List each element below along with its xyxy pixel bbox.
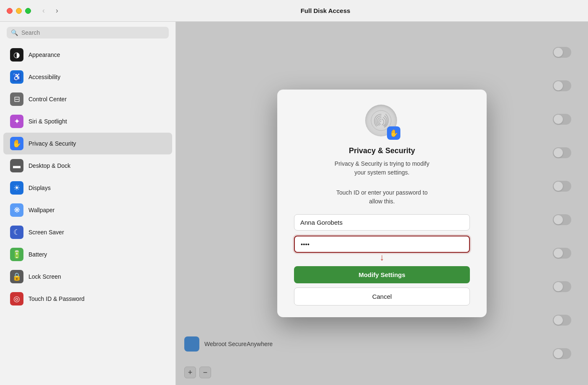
sidebar-label-siri-spotlight: Siri & Spotlight: [28, 118, 67, 125]
password-field[interactable]: [294, 236, 470, 253]
sidebar-label-appearance: Appearance: [28, 51, 60, 58]
traffic-lights: [7, 8, 31, 14]
username-field[interactable]: [294, 214, 470, 231]
search-icon: 🔍: [11, 29, 18, 36]
cancel-button[interactable]: Cancel: [294, 287, 470, 305]
title-bar: ‹ › Full Disk Access: [0, 0, 588, 22]
sidebar-icon-siri-spotlight: ✦: [10, 115, 23, 128]
nav-buttons: ‹ ›: [38, 5, 63, 17]
sidebar-item-displays[interactable]: ☀Displays: [3, 177, 172, 199]
minimize-button[interactable]: [16, 8, 22, 14]
sidebar-icon-accessibility: ♿: [10, 70, 23, 84]
arrow-indicator: ↓: [380, 253, 384, 262]
sidebar-label-lock-screen: Lock Screen: [28, 273, 61, 280]
sidebar-label-wallpaper: Wallpaper: [28, 207, 55, 213]
modify-settings-button[interactable]: Modify Settings: [294, 266, 470, 283]
sidebar-icon-screen-saver: ☾: [10, 226, 23, 239]
sidebar-label-accessibility: Accessibility: [28, 74, 60, 80]
sidebar-label-desktop-dock: Desktop & Dock: [28, 162, 70, 169]
main-layout: 🔍 ◑Appearance♿Accessibility⊟Control Cent…: [0, 22, 588, 385]
sidebar-item-lock-screen[interactable]: 🔒Lock Screen: [3, 266, 172, 287]
sidebar-item-appearance[interactable]: ◑Appearance: [3, 44, 172, 66]
close-button[interactable]: [7, 8, 13, 14]
sidebar-item-touch-id[interactable]: ◎Touch ID & Password: [3, 288, 172, 310]
sidebar-item-battery[interactable]: 🔋Battery: [3, 244, 172, 265]
sidebar: 🔍 ◑Appearance♿Accessibility⊟Control Cent…: [0, 22, 176, 385]
search-box[interactable]: 🔍: [7, 27, 169, 38]
search-input[interactable]: [21, 29, 165, 36]
sidebar-label-screen-saver: Screen Saver: [28, 229, 64, 236]
sidebar-icon-battery: 🔋: [10, 248, 23, 261]
modal-dialog: ✋ Privacy & Security Privacy & Security …: [277, 90, 487, 317]
search-container: 🔍: [0, 22, 175, 44]
sidebar-icon-control-center: ⊟: [10, 92, 23, 106]
maximize-button[interactable]: [25, 8, 31, 14]
sidebar-icon-touch-id: ◎: [10, 292, 23, 305]
sidebar-icon-desktop-dock: ▬: [10, 159, 23, 172]
sidebar-icon-wallpaper: ❋: [10, 203, 23, 217]
sidebar-label-control-center: Control Center: [28, 96, 67, 103]
sidebar-label-battery: Battery: [28, 251, 47, 258]
sidebar-item-screen-saver[interactable]: ☾Screen Saver: [3, 221, 172, 243]
sidebar-item-accessibility[interactable]: ♿Accessibility: [3, 66, 172, 88]
modal-body-line1: Privacy & Security is trying to modify y…: [335, 159, 429, 177]
sidebar-icon-privacy-security: ✋: [10, 137, 23, 150]
sidebar-item-desktop-dock[interactable]: ▬Desktop & Dock: [3, 155, 172, 177]
back-button[interactable]: ‹: [38, 5, 49, 17]
hand-badge: ✋: [387, 126, 400, 140]
modal-body-line2: Touch ID or enter your password to allow…: [336, 180, 428, 206]
sidebar-item-control-center[interactable]: ⊟Control Center: [3, 88, 172, 110]
sidebar-item-siri-spotlight[interactable]: ✦Siri & Spotlight: [3, 110, 172, 132]
sidebar-item-wallpaper[interactable]: ❋Wallpaper: [3, 199, 172, 221]
sidebar-items-list: ◑Appearance♿Accessibility⊟Control Center…: [0, 44, 175, 310]
password-wrapper: ↓: [294, 236, 470, 253]
modal-title: Privacy & Security: [349, 146, 415, 155]
sidebar-item-privacy-security[interactable]: ✋Privacy & Security: [3, 133, 172, 154]
sidebar-icon-displays: ☀: [10, 181, 23, 195]
forward-button[interactable]: ›: [51, 5, 63, 17]
sidebar-label-touch-id: Touch ID & Password: [28, 295, 85, 302]
sidebar-label-privacy-security: Privacy & Security: [28, 140, 76, 147]
content-area: Webroot SecureAnywhere + −: [176, 22, 588, 385]
sidebar-icon-appearance: ◑: [10, 48, 23, 62]
modal-overlay: ✋ Privacy & Security Privacy & Security …: [176, 22, 588, 385]
page-title: Full Disk Access: [70, 7, 581, 14]
sidebar-icon-lock-screen: 🔒: [10, 270, 23, 283]
sidebar-label-displays: Displays: [28, 185, 51, 191]
modal-icon-area: ✋: [365, 105, 399, 138]
